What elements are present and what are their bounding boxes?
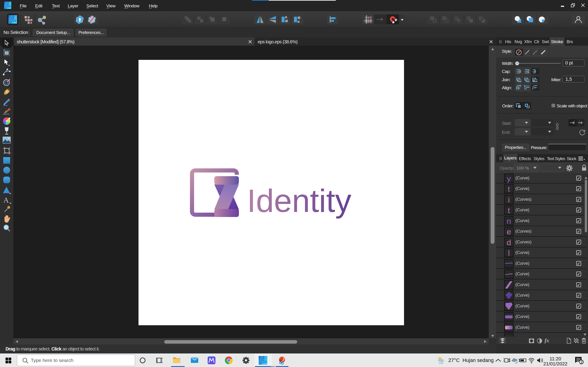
svg-text:2: 2	[580, 360, 583, 365]
svg-text:A: A	[3, 196, 9, 204]
svg-text:Identity: Identity	[247, 183, 351, 219]
